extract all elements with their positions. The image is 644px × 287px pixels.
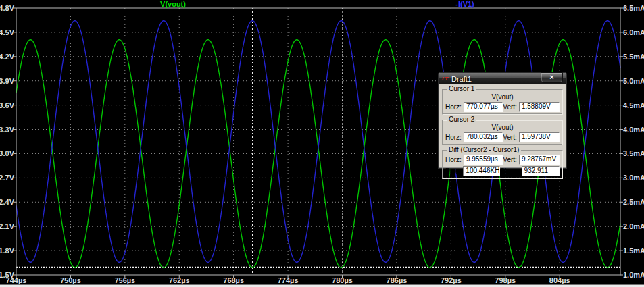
x-tick-label: 768µs: [223, 276, 244, 284]
cursor1-vert-label: Vert:: [503, 103, 517, 111]
y-left-tick-label: 2.4V: [0, 198, 14, 206]
y-left-tick-label: 4.8V: [0, 4, 14, 12]
trace-label-vout[interactable]: V(vout): [160, 0, 186, 8]
close-icon[interactable]: ×: [541, 72, 563, 83]
y-left-tick-label: 3.3V: [0, 126, 14, 134]
y-left-tick-label: 1.8V: [0, 246, 14, 255]
y-left-tick-label: 3.9V: [0, 77, 14, 85]
y-right-tick-label: 4.5mA: [623, 101, 644, 109]
y-right-tick-label: 5.5mA: [623, 53, 644, 61]
diff-freq-label: Freq:: [445, 167, 461, 175]
diff-freq-field[interactable]: 100.446KHz: [463, 166, 500, 176]
y-right-tick-label: 1.0mA: [623, 271, 644, 279]
diff-horz-field[interactable]: 9.95559µs: [464, 155, 503, 165]
cursor1-horz-field[interactable]: 770.077µs: [464, 102, 503, 112]
cursor2-group: Cursor 2 V(vout) Horz: 780.032µs Vert: 1…: [442, 120, 563, 145]
dialog-titlebar[interactable]: LT Draft1 ×: [439, 73, 566, 84]
cursor2-horz-label: Horz:: [445, 134, 462, 141]
cursor2-trace-name: V(vout): [445, 124, 560, 131]
diff-slope-label: Slope:: [500, 167, 519, 175]
diff-vert-label: Vert:: [503, 156, 517, 163]
y-left-tick-label: 4.5V: [0, 28, 14, 36]
y-right-tick-label: 1.5mA: [623, 246, 644, 255]
cursor-readout-dialog: LT Draft1 × Cursor 1 V(vout) Horz: 770.0…: [438, 72, 567, 169]
x-tick-label: 804µs: [549, 276, 570, 284]
y-left-tick-label: 3.6V: [0, 101, 14, 109]
cursor2-horz-field[interactable]: 780.032µs: [464, 132, 503, 142]
diff-horz-label: Horz:: [445, 156, 462, 163]
diff-vert-field[interactable]: 9.28767mV: [519, 155, 560, 165]
diff-slope-field[interactable]: 932.911: [522, 166, 560, 176]
y-left-tick-label: 3.0V: [0, 149, 14, 157]
y-right-tick-label: 6.0mA: [623, 28, 644, 36]
ltspice-waveform-window: V(vout) -I(V1) 4.8V4.5V4.2V3.9V3.6V3.3V3…: [0, 0, 644, 287]
window-bottom-edge: [0, 284, 644, 287]
x-tick-label: 750µs: [60, 276, 81, 284]
y-right-tick-label: 2.0mA: [623, 222, 644, 230]
y-left-tick-label: 4.2V: [0, 53, 14, 61]
y-right-tick-label: 3.0mA: [623, 174, 644, 182]
cursor1-vert-field[interactable]: 1.58809V: [519, 102, 560, 112]
diff-group: Diff (Cursor2 - Cursor1) Horz: 9.95559µs…: [442, 150, 563, 179]
x-tick-label: 762µs: [169, 276, 190, 284]
y-right-tick-label: 3.5mA: [623, 149, 644, 157]
cursor1-trace-name: V(vout): [445, 93, 560, 101]
diff-group-label: Diff (Cursor2 - Cursor1): [447, 147, 521, 153]
cursor1-group-label: Cursor 1: [447, 86, 476, 93]
y-right-tick-label: 5.0mA: [623, 77, 644, 85]
x-tick-label: 756µs: [114, 276, 135, 284]
dialog-title: Draft1: [451, 75, 472, 83]
x-tick-label: 792µs: [441, 276, 462, 284]
cursor1-group: Cursor 1 V(vout) Horz: 770.077µs Vert: 1…: [442, 89, 563, 115]
x-tick-label: 774µs: [278, 276, 299, 284]
ltspice-icon: LT: [441, 75, 449, 82]
cursor2-vert-label: Vert:: [503, 134, 517, 141]
y-right-tick-label: 6.5mA: [623, 4, 644, 12]
cursor2-group-label: Cursor 2: [447, 116, 476, 123]
x-tick-label: 744µs: [6, 276, 27, 284]
cursor2-vert-field[interactable]: 1.59738V: [519, 132, 560, 142]
cursor1-horz-label: Horz:: [445, 103, 462, 111]
x-tick-label: 780µs: [332, 276, 353, 284]
x-tick-label: 798µs: [495, 276, 516, 284]
y-left-tick-label: 2.7V: [0, 174, 14, 182]
y-right-tick-label: 4.0mA: [623, 126, 644, 134]
x-tick-label: 786µs: [387, 276, 407, 284]
y-left-tick-label: 2.1V: [0, 222, 14, 230]
y-right-tick-label: 2.5mA: [623, 198, 644, 206]
trace-label-current[interactable]: -I(V1): [455, 0, 474, 8]
